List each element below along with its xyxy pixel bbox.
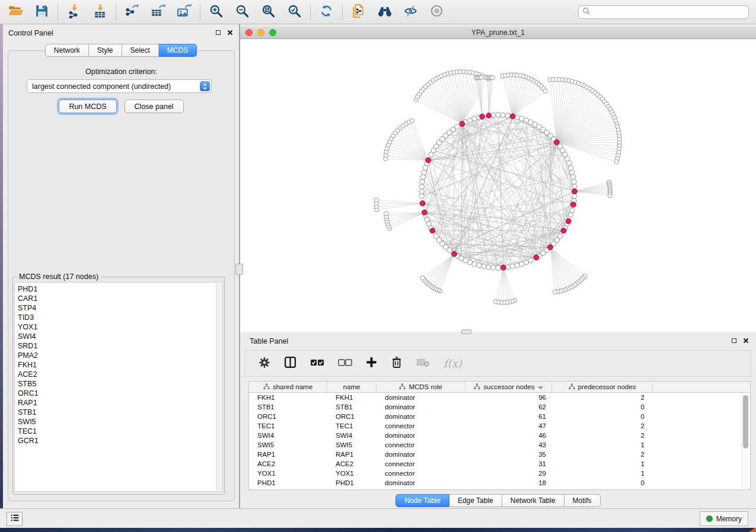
import-network-button[interactable]: [65, 4, 82, 21]
split-pane-button[interactable]: [284, 357, 296, 371]
shared-column-icon: [263, 383, 270, 391]
mcds-result-item[interactable]: SWI4: [18, 332, 222, 341]
tab-mcds[interactable]: MCDS: [159, 44, 197, 57]
mcds-result-item[interactable]: TID3: [18, 313, 222, 322]
float-table-panel-icon[interactable]: [731, 337, 737, 344]
table-cell: 1: [552, 469, 653, 478]
import-table-button[interactable]: [91, 4, 109, 21]
mcds-result-item[interactable]: GCR1: [18, 436, 222, 446]
function-builder-button[interactable]: f(x): [444, 357, 462, 371]
export-image-button[interactable]: [176, 4, 193, 21]
table-cell: RAP1: [249, 450, 327, 459]
sort-descending-icon: [538, 383, 543, 390]
function-builder-icon: f(x): [444, 357, 462, 370]
show-all-button[interactable]: [428, 4, 445, 21]
zoom-fit-button[interactable]: [260, 4, 277, 21]
table-row[interactable]: PHD1PHD1dominator180: [249, 478, 750, 488]
delete-column-button[interactable]: [391, 357, 403, 371]
network-window-titlebar[interactable]: YPA_prune.txt_1: [240, 27, 756, 39]
export-table-button[interactable]: [149, 4, 167, 21]
table-row[interactable]: SWI5SWI5connector431: [249, 440, 750, 450]
mcds-result-item[interactable]: ACE2: [18, 370, 222, 379]
tab-motifs[interactable]: Motifs: [564, 494, 601, 507]
control-panel-tabs: NetworkStyleSelectMCDS: [3, 44, 239, 57]
mcds-result-item[interactable]: SRD1: [18, 341, 222, 351]
tab-select[interactable]: Select: [122, 44, 159, 57]
mcds-result-item[interactable]: FKH1: [18, 360, 222, 370]
delete-table-button[interactable]: [416, 357, 430, 371]
gear-button[interactable]: [259, 357, 270, 371]
zoom-in-button[interactable]: [208, 4, 225, 21]
deselect-all-button[interactable]: [338, 357, 352, 371]
tab-network-table[interactable]: Network Table: [502, 494, 564, 507]
memory-button[interactable]: Memory: [700, 511, 748, 526]
table-row[interactable]: STB1STB1dominator620: [249, 402, 750, 412]
table-scrollbar[interactable]: [742, 393, 749, 488]
zoom-out-button[interactable]: [234, 4, 251, 21]
tab-style[interactable]: Style: [89, 44, 122, 57]
open-file-button[interactable]: [7, 4, 24, 21]
mcds-result-item[interactable]: CAR1: [18, 294, 222, 303]
table-row[interactable]: ACE2ACE2connector311: [249, 459, 750, 469]
close-panel-button[interactable]: Close panel: [125, 100, 184, 113]
mcds-result-item[interactable]: RAP1: [18, 398, 222, 408]
binoculars-button[interactable]: [376, 4, 393, 21]
close-panel-icon[interactable]: [227, 29, 233, 36]
mcds-result-item[interactable]: STP4: [18, 303, 222, 313]
maximize-window-icon[interactable]: [269, 29, 276, 36]
horizontal-splitter-handle[interactable]: [461, 329, 471, 334]
search-input[interactable]: [591, 8, 745, 17]
column-header-predecessor-nodes[interactable]: predecessor nodes: [552, 382, 653, 392]
save-button[interactable]: [33, 4, 50, 21]
clone-network-button[interactable]: [350, 4, 367, 21]
mcds-result-item[interactable]: SWI5: [18, 417, 222, 427]
delete-column-icon: [391, 356, 403, 371]
tab-edge-table[interactable]: Edge Table: [449, 494, 502, 507]
mcds-result-item[interactable]: PHD1: [18, 284, 222, 294]
mcds-result-item[interactable]: PMA2: [18, 351, 222, 360]
mcds-result-item[interactable]: STB1: [18, 408, 222, 417]
table-row[interactable]: YOX1YOX1connector291: [249, 469, 750, 478]
table-cell: YOX1: [327, 469, 377, 478]
tab-node-table[interactable]: Node Table: [395, 494, 449, 507]
tab-network[interactable]: Network: [45, 44, 89, 57]
table-row[interactable]: RAP1RAP1dominator352: [249, 450, 750, 459]
control-panel-titlebar: Control Panel: [3, 24, 239, 41]
mcds-result-item[interactable]: YOX1: [18, 322, 222, 332]
table-panel: Table Panel f(x) shared namenameMCDS rol…: [240, 332, 756, 508]
column-header-name[interactable]: name: [327, 382, 377, 392]
table-row[interactable]: ORC1ORC1dominator610: [249, 412, 750, 421]
mcds-result-item[interactable]: STB5: [18, 379, 222, 389]
view-group: [343, 4, 452, 21]
network-canvas[interactable]: [240, 39, 756, 332]
refresh-button[interactable]: [318, 4, 335, 21]
mcds-result-item[interactable]: ORC1: [18, 389, 222, 398]
node-table: shared namenameMCDS rolesuccessor nodesp…: [248, 381, 751, 490]
column-header-shared-name[interactable]: shared name: [249, 382, 327, 392]
close-window-icon[interactable]: [245, 29, 253, 36]
zoom-selected-button[interactable]: [286, 4, 303, 21]
float-panel-icon[interactable]: [215, 29, 221, 36]
minimize-window-icon[interactable]: [257, 29, 264, 36]
vertical-splitter-handle[interactable]: [235, 264, 243, 275]
task-history-button[interactable]: [7, 512, 23, 526]
add-column-button[interactable]: [366, 357, 377, 371]
table-row[interactable]: SWI4SWI4dominator462: [249, 431, 750, 440]
column-header-successor-nodes[interactable]: successor nodes: [465, 382, 552, 392]
table-scrollbar-thumb[interactable]: [743, 395, 748, 448]
network-graph[interactable]: [240, 39, 756, 332]
table-row[interactable]: FKH1FKH1dominator962: [249, 393, 750, 402]
table-row[interactable]: TEC1TEC1connector472: [249, 421, 750, 431]
status-bar: Memory: [0, 508, 756, 528]
select-all-button[interactable]: [310, 357, 324, 371]
optimization-criterion-select[interactable]: largest connected component (undirected): [27, 79, 212, 93]
mcds-result-item[interactable]: TEC1: [18, 427, 222, 436]
table-cell: RAP1: [327, 450, 377, 459]
close-table-panel-icon[interactable]: [742, 337, 749, 344]
hide-selected-button[interactable]: [402, 4, 419, 21]
search-field: [578, 5, 749, 19]
export-network-button[interactable]: [123, 4, 141, 21]
column-header-MCDS-role[interactable]: MCDS role: [377, 382, 465, 392]
mcds-result-scrollbar[interactable]: [216, 283, 222, 491]
run-mcds-button[interactable]: Run MCDS: [59, 100, 116, 113]
